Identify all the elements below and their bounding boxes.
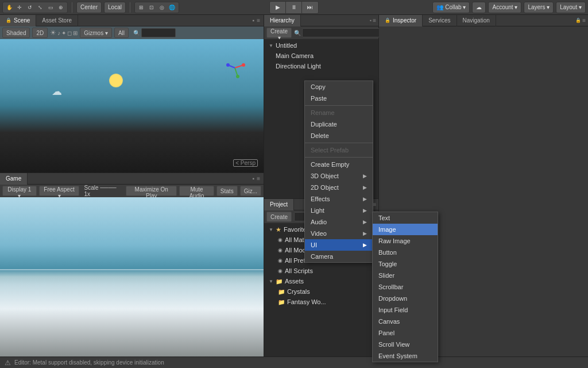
scene-menu-icon[interactable]: ≡	[257, 17, 260, 24]
menu-item-camera[interactable]: Camera	[305, 251, 373, 262]
tab-hierarchy[interactable]: Hierarchy	[264, 15, 301, 26]
submenu-item-toggle[interactable]: Toggle	[373, 258, 438, 270]
collab-button[interactable]: 👥 Collab ▾	[432, 2, 470, 13]
submenu-item-scrollbar[interactable]: Scrollbar	[373, 281, 438, 293]
scene-search-input[interactable]	[141, 28, 176, 37]
scene-maximize-icon[interactable]: ▪	[253, 17, 255, 24]
submenu-item-button[interactable]: Button	[373, 247, 438, 258]
pivot-icon[interactable]: ◎	[157, 3, 167, 12]
inspector-lock-btn[interactable]: 🔒	[575, 18, 581, 23]
menu-item-effects[interactable]: Effects ▶	[305, 193, 373, 205]
rect-tool[interactable]: ▭	[46, 3, 55, 12]
project-crystals[interactable]: 📁 Crystals	[264, 286, 378, 297]
shaded-button[interactable]: Shaded	[2, 28, 30, 38]
menu-item-delete[interactable]: Delete	[305, 130, 373, 141]
move-tool[interactable]: ✛	[15, 3, 24, 12]
tab-navigation[interactable]: Navigation	[457, 15, 496, 26]
separator-copy	[305, 105, 373, 106]
project-all-scripts[interactable]: ◉ All Scripts	[264, 266, 378, 276]
collab-icon: 👥	[436, 4, 443, 10]
submenu-item-image[interactable]: Image	[373, 224, 438, 235]
scene-viewport[interactable]: ☁ < Persp	[0, 39, 264, 172]
account-button[interactable]: Account ▾	[488, 2, 521, 13]
game-menu-icon[interactable]: ≡	[257, 175, 260, 182]
project-fantasy-world[interactable]: 📁 Fantasy Wo...	[264, 297, 378, 307]
maximize-on-play-button[interactable]: Maximize On Play	[126, 186, 177, 196]
stats-button[interactable]: Stats	[216, 186, 238, 196]
tab-asset-store[interactable]: Asset Store	[36, 15, 78, 26]
game-maximize-icon[interactable]: ▪	[253, 175, 255, 182]
project-create-button[interactable]: Create	[266, 212, 292, 222]
menu-item-paste[interactable]: Paste	[305, 93, 373, 104]
menu-item-ui[interactable]: UI ▶	[305, 239, 373, 251]
layers-button[interactable]: Layers ▾	[524, 2, 554, 13]
fantasy-folder-icon: 📁	[278, 299, 285, 305]
layout-button[interactable]: Layout ▾	[556, 2, 586, 13]
cloud-button[interactable]: ☁	[472, 2, 486, 13]
rotate-tool[interactable]: ↺	[25, 3, 34, 12]
global-icon[interactable]: 🌐	[168, 3, 177, 12]
local-button[interactable]: Local	[104, 2, 126, 13]
separator-1	[72, 2, 72, 13]
submenu-item-text[interactable]: Text	[373, 212, 438, 224]
tab-project[interactable]: Project	[264, 199, 294, 210]
tab-inspector[interactable]: 🔒 Inspector	[379, 15, 423, 26]
menu-item-audio[interactable]: Audio ▶	[305, 216, 373, 228]
hierarchy-create-button[interactable]: Create ▾	[266, 28, 292, 38]
menu-item-2d-object[interactable]: 2D Object ▶	[305, 182, 373, 193]
center-button[interactable]: Center	[76, 2, 102, 13]
menu-item-duplicate[interactable]: Duplicate	[305, 118, 373, 130]
aspect-button[interactable]: Free Aspect ▾	[39, 186, 80, 196]
arrow-2d-icon: ▶	[363, 185, 367, 190]
arrow-video-icon: ▶	[363, 231, 367, 236]
submenu-item-scroll-view[interactable]: Scroll View	[373, 339, 438, 350]
menu-item-create-empty[interactable]: Create Empty	[305, 159, 373, 170]
svg-point-5	[226, 63, 230, 67]
transform-tools: ✋ ✛ ↺ ⤡ ▭ ⊕	[2, 2, 68, 13]
pause-button[interactable]: ⏸	[286, 2, 302, 13]
menu-item-copy[interactable]: Copy	[305, 81, 373, 93]
tab-game[interactable]: Game	[0, 173, 28, 185]
inspector-menu-icon[interactable]: ≡	[582, 17, 586, 24]
menu-item-3d-object[interactable]: 3D Object ▶	[305, 170, 373, 182]
hierarchy-item-main-camera[interactable]: Main Camera	[264, 51, 378, 61]
submenu-item-panel[interactable]: Panel	[373, 327, 438, 339]
scale-tool[interactable]: ⤡	[36, 3, 45, 12]
snap-icon[interactable]: ⊡	[147, 3, 156, 12]
status-message: Editor: Metal support disabled, skipping…	[14, 359, 164, 366]
project-assets-header[interactable]: ▼ 📁 Assets	[264, 276, 378, 286]
submenu-item-raw-image[interactable]: Raw Image	[373, 235, 438, 247]
all-button[interactable]: All	[114, 28, 129, 38]
gizmos-button[interactable]: Gizmos ▾	[80, 28, 112, 38]
menu-item-video[interactable]: Video ▶	[305, 228, 373, 239]
hierarchy-menu-icon[interactable]: ≡	[373, 17, 376, 24]
left-panel: 🔒 Scene Asset Store ▪ ≡ Shaded 2D ☀ ♪ ✦	[0, 15, 264, 356]
sun-gizmo	[109, 74, 123, 87]
submenu-item-canvas[interactable]: Canvas	[373, 316, 438, 327]
crystals-label: Crystals	[287, 288, 310, 295]
project-menu-icon[interactable]: ≡	[373, 201, 376, 208]
separator-2	[130, 2, 130, 13]
mute-audio-button[interactable]: Mute Audio	[179, 186, 214, 196]
menu-item-light[interactable]: Light ▶	[305, 205, 373, 216]
hierarchy-lock-icon[interactable]: ▪	[370, 18, 372, 23]
hand-tool[interactable]: ✋	[5, 3, 14, 12]
submenu-item-event-system[interactable]: Event System	[373, 350, 438, 362]
hierarchy-search-input[interactable]	[302, 28, 381, 37]
grid-icon[interactable]: ⊞	[137, 3, 146, 12]
transform-tool[interactable]: ⊕	[56, 3, 65, 12]
step-button[interactable]: ⏭	[302, 2, 318, 13]
play-button[interactable]: ▶	[270, 2, 286, 13]
game-viewport[interactable]	[0, 197, 264, 356]
display-button[interactable]: Display 1 ▾	[2, 186, 37, 196]
game-gizmos-button[interactable]: Giz...	[240, 186, 261, 196]
tab-services[interactable]: Services	[423, 15, 457, 26]
2d-button[interactable]: 2D	[32, 28, 48, 38]
submenu-item-slider[interactable]: Slider	[373, 270, 438, 281]
grid-scene-icon: ⊞	[73, 30, 78, 36]
hierarchy-item-directional-light[interactable]: Directional Light	[264, 61, 378, 71]
submenu-item-dropdown[interactable]: Dropdown	[373, 293, 438, 304]
submenu-item-input-field[interactable]: Input Field	[373, 304, 438, 316]
tab-scene[interactable]: 🔒 Scene	[0, 15, 36, 26]
hierarchy-item-untitled[interactable]: ▼ Untitled	[264, 40, 378, 51]
